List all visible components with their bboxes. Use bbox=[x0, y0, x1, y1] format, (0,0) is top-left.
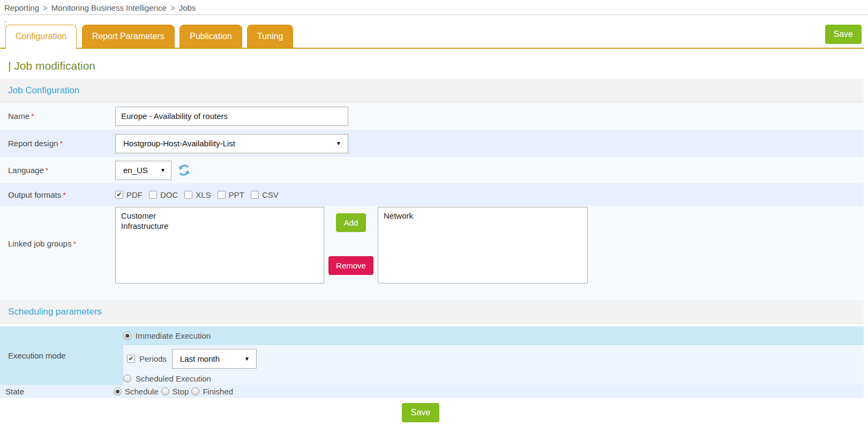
required-asterisk: * bbox=[73, 239, 76, 248]
report-design-row: Report design* Hostgroup-Host-Availabili… bbox=[0, 130, 864, 157]
immediate-execution-option: Immediate Execution bbox=[123, 326, 864, 345]
periods-checkbox[interactable] bbox=[127, 355, 135, 363]
required-asterisk: * bbox=[59, 139, 63, 148]
tab-configuration[interactable]: Configuration bbox=[5, 25, 77, 48]
scheduled-execution-radio[interactable] bbox=[123, 375, 131, 383]
stray-dot: . bbox=[0, 15, 868, 25]
report-design-selected-value: Hostgroup-Host-Availability-List bbox=[123, 139, 235, 148]
immediate-execution-label: Immediate Execution bbox=[136, 331, 211, 340]
save-button-bottom[interactable]: Save bbox=[402, 403, 439, 422]
periods-select[interactable]: Last month ▼ bbox=[172, 349, 257, 369]
state-label: State bbox=[0, 387, 114, 396]
breadcrumb-separator: > bbox=[43, 3, 48, 12]
tab-publication[interactable]: Publication bbox=[179, 25, 242, 48]
transfer-buttons: Add Remove bbox=[324, 206, 378, 275]
language-label: Language* bbox=[0, 166, 115, 175]
checkbox-csv[interactable] bbox=[251, 191, 259, 199]
language-selected-value: en_US bbox=[123, 166, 148, 175]
chevron-down-icon: ▼ bbox=[336, 140, 341, 146]
breadcrumb-separator: > bbox=[170, 3, 175, 12]
breadcrumb: Reporting>Monitoring Business Intelligen… bbox=[0, 0, 868, 15]
execution-mode-label: Execution mode bbox=[0, 326, 123, 385]
report-design-select[interactable]: Hostgroup-Host-Availability-List ▼ bbox=[115, 134, 348, 153]
state-stop-label: Stop bbox=[173, 387, 189, 396]
state-schedule-label: Schedule bbox=[125, 387, 159, 396]
state-stop-radio[interactable] bbox=[161, 387, 169, 395]
state-finished-label: Finished bbox=[203, 387, 233, 396]
periods-option: Periods Last month ▼ bbox=[123, 345, 864, 372]
linked-job-groups-label: Linked job groups* bbox=[0, 239, 115, 248]
report-design-label: Report design* bbox=[0, 139, 115, 148]
tab-tuning[interactable]: Tuning bbox=[247, 25, 293, 48]
periods-selected-value: Last month bbox=[180, 354, 220, 363]
refresh-icon[interactable] bbox=[177, 163, 191, 177]
list-item[interactable]: Customer bbox=[121, 211, 318, 221]
checkbox-ppt-label: PPT bbox=[229, 190, 244, 199]
language-select[interactable]: en_US ▼ bbox=[115, 161, 171, 180]
checkbox-ppt[interactable] bbox=[218, 191, 226, 199]
required-asterisk: * bbox=[31, 111, 34, 121]
save-button-top[interactable]: Save bbox=[825, 25, 862, 44]
add-button[interactable]: Add bbox=[336, 213, 366, 232]
section-scheduling-parameters: Scheduling parameters bbox=[0, 300, 864, 324]
checkbox-doc-label: DOC bbox=[160, 190, 178, 199]
footer: Save bbox=[0, 403, 841, 422]
chevron-down-icon: ▼ bbox=[160, 167, 166, 173]
checkbox-xls-label: XLS bbox=[196, 190, 211, 199]
linked-job-groups-row: Linked job groups* Customer Infrastructu… bbox=[0, 206, 864, 300]
output-formats-row: Output formats* PDF DOC XLS PPT CSV bbox=[0, 183, 864, 206]
list-item[interactable]: Network bbox=[384, 211, 582, 221]
breadcrumb-item[interactable]: Reporting bbox=[4, 3, 39, 12]
available-job-groups-listbox[interactable]: Customer Infrastructure bbox=[115, 207, 324, 283]
checkbox-xls[interactable] bbox=[184, 191, 192, 199]
checkbox-pdf-label: PDF bbox=[126, 190, 143, 199]
language-row: Language* en_US ▼ bbox=[0, 157, 864, 183]
output-formats-label: Output formats* bbox=[0, 190, 115, 199]
checkbox-csv-label: CSV bbox=[262, 190, 279, 199]
name-input[interactable] bbox=[115, 107, 348, 126]
remove-button[interactable]: Remove bbox=[328, 256, 373, 275]
immediate-execution-radio[interactable] bbox=[123, 332, 131, 340]
section-job-configuration: Job Configuration bbox=[0, 79, 864, 102]
execution-mode-row: Execution mode Immediate Execution Perio… bbox=[0, 326, 864, 385]
checkbox-pdf[interactable] bbox=[115, 191, 123, 199]
state-schedule-radio[interactable] bbox=[114, 387, 122, 395]
tab-report-parameters[interactable]: Report Parameters bbox=[82, 25, 175, 48]
state-finished-radio[interactable] bbox=[191, 387, 199, 395]
breadcrumb-item[interactable]: Monitoring Business Intelligence bbox=[51, 3, 167, 12]
scheduled-execution-option: Scheduled Execution bbox=[123, 372, 864, 385]
periods-label: Periods bbox=[139, 354, 167, 363]
name-label: Name* bbox=[0, 111, 115, 121]
checkbox-doc[interactable] bbox=[149, 191, 157, 199]
page-title: | Job modification bbox=[8, 59, 868, 72]
chevron-down-icon: ▼ bbox=[244, 356, 250, 362]
list-item[interactable]: Infrastructure bbox=[121, 221, 318, 231]
name-row: Name* bbox=[0, 102, 864, 130]
tab-bar: Configuration Report Parameters Publicat… bbox=[0, 25, 864, 49]
breadcrumb-item[interactable]: Jobs bbox=[179, 3, 196, 12]
required-asterisk: * bbox=[46, 166, 49, 175]
required-asterisk: * bbox=[63, 190, 66, 199]
selected-job-groups-listbox[interactable]: Network bbox=[378, 207, 588, 283]
execution-mode-options: Immediate Execution Periods Last month ▼… bbox=[123, 326, 864, 385]
state-row: State Schedule Stop Finished bbox=[0, 385, 864, 398]
scheduled-execution-label: Scheduled Execution bbox=[136, 374, 211, 383]
